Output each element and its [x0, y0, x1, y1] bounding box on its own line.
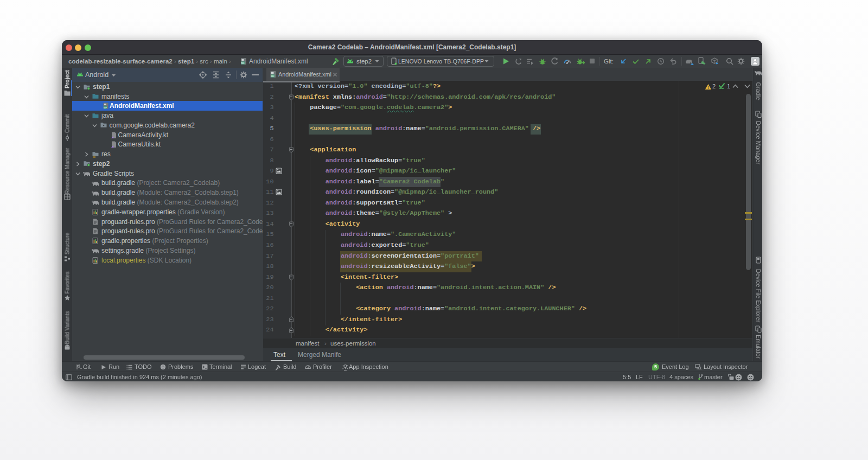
svg-text:MF: MF [104, 106, 107, 109]
svg-text:MF: MF [241, 62, 245, 65]
svg-text:MF: MF [271, 75, 275, 78]
